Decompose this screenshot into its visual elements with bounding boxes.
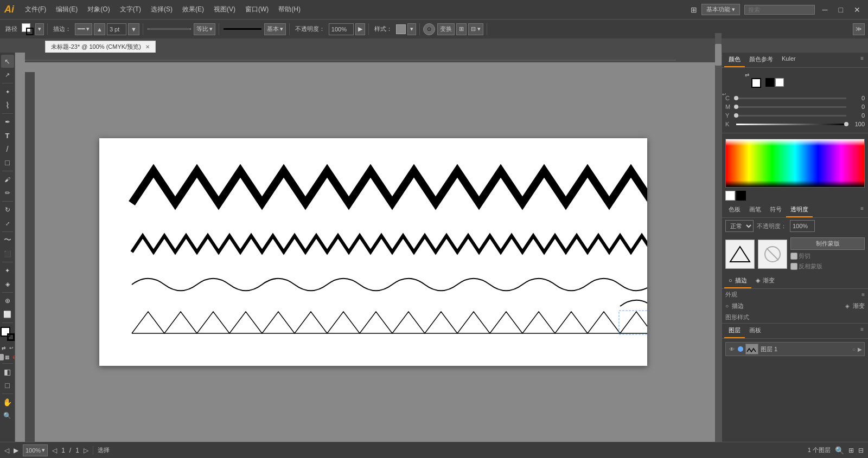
white-color-swatch[interactable] [725,191,735,201]
mask-preview-none[interactable] [758,240,787,269]
k-slider[interactable] [736,124,846,125]
solid-color-btn[interactable] [0,354,4,360]
type-tool-btn[interactable]: T [1,129,14,142]
menu-help[interactable]: 帮助(H) [274,3,305,16]
none-btn[interactable]: ⊘ [11,354,16,360]
screen-mode-btn[interactable]: □ [1,379,14,392]
scale-tool-btn[interactable]: ⤢ [1,217,14,230]
artboards-tab[interactable]: 画板 [745,324,765,338]
c-thumb[interactable] [734,96,738,100]
warp-tool-btn[interactable]: 〜 [1,234,14,247]
view-mode-btn[interactable]: ◧ [1,365,14,378]
nav-next[interactable]: ▷ [84,447,88,454]
appearance-style-label[interactable]: 图形样式 [725,313,749,321]
stroke-color-indicator[interactable] [22,23,34,35]
shape-tool-btn[interactable]: □ [1,156,14,169]
selection-tool-btn[interactable]: ↖ [1,55,14,68]
black-color-swatch[interactable] [736,191,746,201]
appearance-menu-btn[interactable]: ≡ [858,203,866,217]
style-btn[interactable]: ▾ [407,23,416,35]
blend-tool-btn[interactable]: ◈ [1,278,14,291]
navigation-icon[interactable]: ◁ [4,447,9,454]
reset-icon[interactable]: ↩ [722,92,726,97]
menu-file[interactable]: 文件(F) [21,3,50,16]
minimize-button[interactable]: ─ [819,5,831,14]
maximize-button[interactable]: □ [835,5,846,14]
y-thumb[interactable] [734,113,738,118]
layers-tab[interactable]: 图层 [724,324,745,338]
c-slider[interactable] [736,98,846,99]
magic-wand-tool-btn[interactable]: ✦ [1,85,14,98]
stroke-increase-btn[interactable]: ▲ [94,23,105,35]
menu-edit[interactable]: 编辑(E) [52,3,82,16]
opacity-increase-btn[interactable]: ▶ [355,23,365,35]
appearance-circle-btn[interactable]: ⊙ [423,23,435,35]
layer-1-row[interactable]: 👁 图层 1 ○ ▶ [725,342,865,356]
menu-text[interactable]: 文字(T) [116,3,145,16]
nav-prev[interactable]: ◁ [52,447,57,454]
swap-icon[interactable]: ⇄ [745,72,749,78]
tab-close-btn[interactable]: ✕ [145,44,150,50]
stroke-swatch[interactable] [7,333,15,341]
stroke-type-btn[interactable]: ━━ ▾ [75,23,92,35]
color-swatch-group[interactable] [1,327,15,341]
pathfinder-btn[interactable]: ⊟ ▾ [468,23,483,35]
blend-mode-select[interactable]: 正常 [725,220,754,232]
white-swatch[interactable] [775,78,784,87]
layer-1-expand[interactable]: ▶ [858,346,862,352]
appearance-expand-btn[interactable]: ≡ [861,292,865,298]
swap-colors-btn[interactable]: ⇄ [1,345,7,351]
swatches-tab[interactable]: 色板 [724,203,745,217]
eyedropper-tool-btn[interactable]: ✦ [1,264,14,277]
color-tab[interactable]: 颜色 [724,53,745,67]
status-icon-2[interactable]: ⊞ [848,447,854,454]
symbols-tab[interactable]: 符号 [765,203,786,217]
reset-colors-btn[interactable]: ↩ [8,345,15,351]
status-icon-3[interactable]: ⊟ [858,447,864,454]
artboard-tool-btn[interactable]: ⬜ [1,308,14,321]
opacity-input[interactable] [329,23,354,35]
black-swatch[interactable] [765,78,774,87]
pencil-tool-btn[interactable]: ✏ [1,186,14,199]
graph-tool-btn[interactable]: ⬛ [1,247,14,260]
mask-preview-triangle[interactable] [725,240,755,269]
stroke-panel-tab[interactable]: ○ 描边 [724,274,751,288]
document-tab[interactable]: 未标题-23* @ 100% (CMYK/预览) ✕ [45,41,156,53]
rotate-tool-btn[interactable]: ↻ [1,203,14,216]
menu-view[interactable]: 视图(V) [209,3,240,16]
k-thumb[interactable] [844,122,848,126]
menu-object[interactable]: 对象(O) [83,3,114,16]
stroke-decrease-btn[interactable]: ▼ [128,23,139,35]
m-thumb[interactable] [734,105,738,109]
status-search-icon[interactable]: 🔍 [835,446,844,455]
paintbrush-tool-btn[interactable]: 🖌 [1,173,14,186]
invert-checkbox[interactable] [790,263,797,270]
align-btn[interactable]: ⊞ [456,23,467,35]
brushes-tab[interactable]: 画笔 [745,203,765,217]
menu-window[interactable]: 窗口(W) [241,3,273,16]
hand-tool-btn[interactable]: ✋ [1,396,14,409]
canvas-content[interactable] [25,62,722,442]
stroke-color-btn[interactable]: ▾ [35,23,44,35]
grid-icon[interactable]: ⊞ [691,5,697,14]
symbol-sprayer-tool-btn[interactable]: ⊕ [1,294,14,307]
transparency-tab[interactable]: 透明度 [786,203,813,217]
kuler-tab[interactable]: Kuler [777,53,800,67]
clip-checkbox[interactable] [790,253,797,260]
lasso-tool-btn[interactable]: ⌇ [1,99,14,112]
menu-select[interactable]: 选择(S) [146,3,177,16]
layer-1-lock[interactable]: ○ [852,346,856,352]
m-slider[interactable] [736,106,846,108]
layer-1-visibility[interactable]: 👁 [728,345,736,353]
panel-menu-btn[interactable]: ≡ [858,53,866,67]
zoom-tool-btn[interactable]: 🔍 [1,409,14,422]
make-mask-btn[interactable]: 制作蒙版 [790,237,865,250]
right-panel-content[interactable]: 颜色 颜色参考 Kuler ≡ ⇄ ↩ [722,53,868,442]
style-swatch[interactable] [396,24,406,34]
stroke-value-input[interactable] [107,23,126,35]
line-tool-btn[interactable]: / [1,143,14,156]
canvas-area[interactable] [15,53,722,442]
artboard[interactable] [99,138,647,366]
nav-icon-2[interactable]: ▶ [14,447,18,454]
y-slider[interactable] [736,115,846,117]
